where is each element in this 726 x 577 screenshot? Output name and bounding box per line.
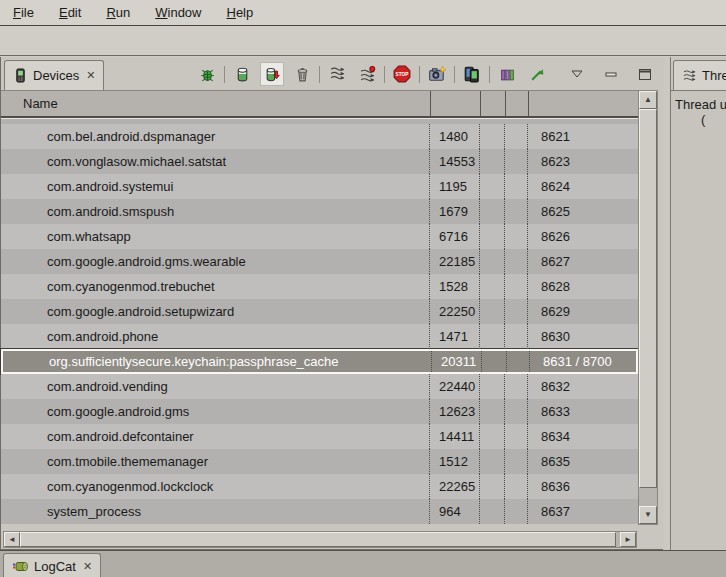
table-row[interactable]: org.sufficientlysecure.keychain:passphra… xyxy=(1,349,638,374)
camera-icon xyxy=(428,65,446,83)
menu-run[interactable]: Run xyxy=(103,3,133,22)
cell-pid: 964 xyxy=(430,499,480,524)
table-row[interactable]: com.android.smspush 1679 8625 xyxy=(1,199,638,224)
table-row[interactable]: com.android.systemui 1195 8624 xyxy=(1,174,638,199)
threads-message: Thread up ( xyxy=(671,90,726,550)
table-row[interactable]: com.whatsapp 6716 8626 xyxy=(1,224,638,249)
scroll-up-button[interactable]: ▲ xyxy=(639,91,657,109)
table-row[interactable]: system_process 964 8637 xyxy=(1,499,638,524)
cell-name: com.android.systemui xyxy=(1,174,430,199)
tab-threads[interactable]: Threads xyxy=(673,60,726,90)
table-row[interactable]: com.android.vending 22440 8632 xyxy=(1,374,638,399)
update-threads-button[interactable] xyxy=(325,62,349,86)
horizontal-scrollbar-thumb[interactable] xyxy=(20,532,616,547)
table-row[interactable]: com.google.android.setupwizard 22250 862… xyxy=(1,299,638,324)
cell-empty-2 xyxy=(505,449,528,474)
scroll-down-button[interactable]: ▼ xyxy=(639,506,657,524)
table-row[interactable]: com.google.android.gms.wearable 22185 86… xyxy=(1,249,638,274)
debug-process-button[interactable] xyxy=(195,62,219,86)
cell-port: 8623 xyxy=(528,149,638,174)
cell-port: 8636 xyxy=(528,474,638,499)
chevron-down-icon xyxy=(571,69,583,79)
device-table-body: com.bel.android.dspmanager 1480 8621 com… xyxy=(1,118,638,524)
cell-port: 8632 xyxy=(528,374,638,399)
cell-empty-1 xyxy=(480,174,505,199)
menu-file[interactable]: File xyxy=(10,3,37,22)
maximize-button[interactable] xyxy=(633,62,657,86)
cell-name: com.whatsapp xyxy=(1,224,430,249)
cell-empty-1 xyxy=(480,324,505,349)
cell-port: 8625 xyxy=(528,199,638,224)
table-row[interactable]: com.cyanogenmod.lockclock 22265 8636 xyxy=(1,474,638,499)
cell-port: 8631 / 8700 xyxy=(530,351,640,372)
table-row[interactable]: com.vonglasow.michael.satstat 14553 8623 xyxy=(1,149,638,174)
screen-capture-button[interactable] xyxy=(425,62,449,86)
tab-devices[interactable]: Devices ✕ xyxy=(4,60,104,90)
sysinfo-button[interactable] xyxy=(495,62,519,86)
column-header-name[interactable]: Name xyxy=(1,96,58,111)
cell-empty-1 xyxy=(480,274,505,299)
toolbar-separator xyxy=(224,66,225,83)
vertical-scrollbar-thumb[interactable] xyxy=(639,109,657,488)
stop-process-button[interactable]: STOP xyxy=(390,62,414,86)
cell-pid: 14411 xyxy=(430,424,480,449)
devices-tab-bar: Devices ✕ xyxy=(1,57,663,90)
cell-empty-2 xyxy=(505,424,528,449)
cell-pid: 1480 xyxy=(430,124,480,149)
cell-port: 8630 xyxy=(528,324,638,349)
device-table-header[interactable]: Name xyxy=(1,90,638,118)
tab-logcat-close-icon[interactable]: ✕ xyxy=(81,560,92,573)
minimize-button[interactable] xyxy=(599,62,623,86)
trend-arrow-button[interactable] xyxy=(525,62,549,86)
bug-icon xyxy=(199,66,216,83)
scroll-right-button[interactable]: ► xyxy=(620,532,636,547)
tab-logcat[interactable]: LogCat ✕ xyxy=(3,553,101,577)
horizontal-scrollbar[interactable]: ◄ ► xyxy=(3,531,637,548)
cell-pid: 1471 xyxy=(430,324,480,349)
toolbar-separator xyxy=(319,66,320,83)
cell-pid: 1528 xyxy=(430,274,480,299)
cell-empty-1 xyxy=(480,499,505,524)
menu-edit[interactable]: Edit xyxy=(56,3,84,22)
devices-screens-button[interactable] xyxy=(460,62,484,86)
cell-empty-2 xyxy=(505,299,528,324)
panel-sash[interactable] xyxy=(663,57,671,550)
menu-help[interactable]: Help xyxy=(223,3,256,22)
menu-window[interactable]: Window xyxy=(152,3,204,22)
table-row[interactable]: com.cyanogenmod.trebuchet 1528 8628 xyxy=(1,274,638,299)
vertical-scrollbar[interactable]: ▲ ▼ xyxy=(638,90,658,525)
table-row[interactable]: com.tmobile.thememanager 1512 8635 xyxy=(1,449,638,474)
threads-message-line2: ( xyxy=(675,112,726,127)
threads-icon xyxy=(329,66,346,83)
table-row[interactable]: com.android.phone 1471 8630 xyxy=(1,324,638,349)
cell-name: system_process xyxy=(1,499,430,524)
table-row[interactable]: com.android.defcontainer 14411 8634 xyxy=(1,424,638,449)
dump-hprof-button[interactable] xyxy=(260,62,284,86)
stop-sign-icon: STOP xyxy=(393,65,411,83)
cell-pid: 6716 xyxy=(430,224,480,249)
cell-empty-2 xyxy=(505,249,528,274)
method-profiling-button[interactable] xyxy=(355,62,379,86)
tab-devices-close-icon[interactable]: ✕ xyxy=(84,69,95,82)
threads-message-line1: Thread up xyxy=(675,97,726,112)
scroll-left-button[interactable]: ◄ xyxy=(4,532,20,547)
cell-empty-2 xyxy=(505,474,528,499)
cell-port: 8624 xyxy=(528,174,638,199)
cell-empty-2 xyxy=(505,199,528,224)
devices-panel: Devices ✕ xyxy=(0,57,663,550)
cause-gc-button[interactable] xyxy=(290,62,314,86)
cell-port: 8633 xyxy=(528,399,638,424)
update-heap-button[interactable] xyxy=(230,62,254,86)
view-menu-button[interactable] xyxy=(565,62,589,86)
table-row[interactable]: com.google.android.gms 12623 8633 xyxy=(1,399,638,424)
cell-name: com.bel.android.dspmanager xyxy=(1,124,430,149)
trend-arrow-icon xyxy=(529,66,546,83)
cell-port: 8629 xyxy=(528,299,638,324)
table-row[interactable]: com.bel.android.dspmanager 1480 8621 xyxy=(1,124,638,149)
heap-cylinder-icon xyxy=(234,66,251,83)
cell-name: com.vonglasow.michael.satstat xyxy=(1,149,430,174)
devices-view-toolbar: STOP xyxy=(195,61,657,87)
phone-icon xyxy=(13,68,28,83)
cell-name: com.tmobile.thememanager xyxy=(1,449,430,474)
cell-name: com.android.smspush xyxy=(1,199,430,224)
